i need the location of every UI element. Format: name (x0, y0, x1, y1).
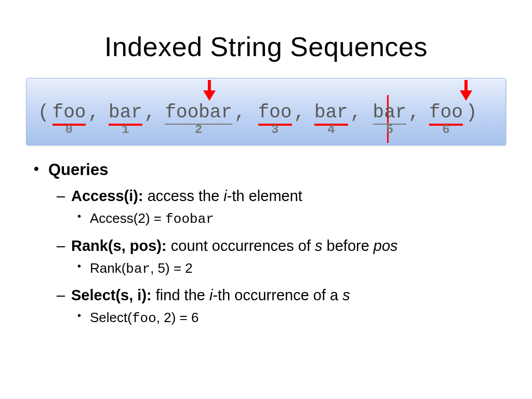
token-index: 0 (65, 123, 73, 137)
comma: , (350, 102, 362, 123)
text: Select( (90, 310, 132, 325)
italic-pos: pos (374, 237, 398, 254)
sequence-item: bar 5 (373, 102, 407, 125)
comma: , (144, 102, 156, 123)
text: before (323, 237, 374, 254)
comma: , (88, 102, 99, 123)
sequence-box: ( foo 0 , bar 1 , foobar 2 , foo 3 , bar… (26, 78, 506, 145)
token-index: 3 (271, 123, 278, 137)
label: Access(i): (71, 188, 148, 204)
sequence-item: foo 0 (52, 102, 86, 126)
mono-text: bar (126, 261, 150, 277)
comma: , (408, 102, 420, 123)
italic-s: s (315, 237, 323, 254)
bullet-queries: Queries (34, 158, 506, 182)
text: -th element (227, 188, 302, 204)
mono-text: foo (132, 311, 156, 326)
bullet-select: Select(s, i): find the i-th occurrence o… (34, 284, 506, 306)
text: count occurrences of (171, 237, 315, 254)
arrow-icon (460, 80, 472, 101)
sequence-item: bar 1 (109, 102, 142, 126)
bullet-select-example: Select(foo, 2) = 6 (34, 308, 506, 329)
open-paren: ( (37, 102, 50, 123)
token-text: bar (373, 102, 407, 125)
label: Rank(s, pos): (71, 237, 171, 254)
bullet-list: Queries Access(i): access the i-th eleme… (34, 158, 506, 329)
token-index: 6 (442, 123, 449, 137)
sequence-item: foo 3 (258, 102, 292, 126)
token-text: foobar (165, 102, 232, 125)
text: -th occurrence of a (212, 287, 342, 303)
text: Access(2) = (90, 210, 165, 226)
token-index: 5 (386, 123, 393, 137)
text: find the (156, 287, 209, 303)
bullet-access: Access(i): access the i-th element (34, 185, 506, 207)
bullet-access-example: Access(2) = foobar (34, 209, 506, 230)
bullet-rank: Rank(s, pos): count occurrences of s bef… (34, 235, 506, 257)
sequence-item: foobar 2 (165, 102, 232, 125)
text: , 2) = 6 (156, 310, 199, 325)
label: Select(s, i): (71, 287, 156, 303)
bullet-rank-example: Rank(bar, 5) = 2 (34, 259, 506, 280)
slide-title: Indexed String Sequences (26, 31, 506, 62)
text: access the (148, 188, 224, 204)
arrow-icon (203, 80, 216, 101)
sequence-item: foo 6 (429, 102, 463, 126)
token-index: 4 (327, 123, 335, 137)
comma: , (294, 102, 305, 123)
italic-s: s (342, 287, 350, 303)
token-index: 1 (122, 123, 129, 137)
sequence-item: bar 4 (314, 102, 348, 126)
token-index: 2 (195, 123, 202, 137)
text: , 5) = 2 (150, 260, 193, 276)
comma: , (234, 102, 246, 123)
mono-text: foobar (165, 211, 214, 227)
sequence-row: ( foo 0 , bar 1 , foobar 2 , foo 3 , bar… (37, 102, 495, 126)
slide: Indexed String Sequences ( foo 0 , bar 1… (0, 0, 532, 399)
text: Rank( (90, 260, 126, 276)
close-paren: ) (465, 102, 478, 123)
